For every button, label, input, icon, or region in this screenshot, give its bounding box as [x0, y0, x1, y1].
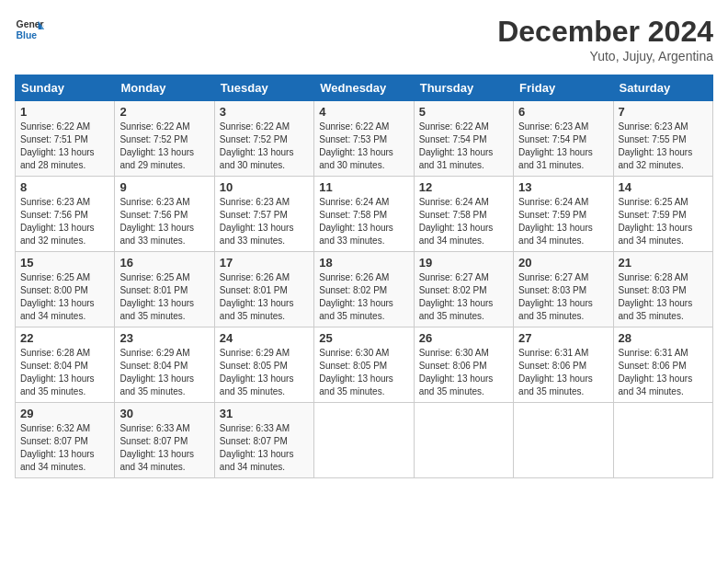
calendar-cell: [414, 403, 513, 478]
day-number: 13: [518, 180, 608, 194]
calendar-cell: 19 Sunrise: 6:27 AM Sunset: 8:02 PM Dayl…: [414, 252, 513, 327]
day-info: Sunrise: 6:22 AM Sunset: 7:52 PM Dayligh…: [220, 121, 309, 172]
day-number: 24: [220, 331, 309, 345]
day-info: Sunrise: 6:29 AM Sunset: 8:04 PM Dayligh…: [119, 347, 209, 398]
day-info: Sunrise: 6:23 AM Sunset: 7:57 PM Dayligh…: [220, 196, 309, 247]
calendar-cell: 14 Sunrise: 6:25 AM Sunset: 7:59 PM Dayl…: [613, 177, 712, 252]
day-number: 18: [319, 256, 408, 270]
day-number: 29: [20, 407, 109, 420]
calendar-cell: 15 Sunrise: 6:25 AM Sunset: 8:00 PM Dayl…: [16, 252, 115, 327]
day-number: 25: [319, 331, 408, 345]
calendar-cell: 8 Sunrise: 6:23 AM Sunset: 7:56 PM Dayli…: [16, 177, 115, 252]
day-info: Sunrise: 6:24 AM Sunset: 7:58 PM Dayligh…: [319, 196, 408, 247]
calendar-cell: 31 Sunrise: 6:33 AM Sunset: 8:07 PM Dayl…: [214, 403, 313, 478]
calendar-cell: 1 Sunrise: 6:22 AM Sunset: 7:51 PM Dayli…: [16, 101, 115, 177]
day-number: 4: [319, 105, 408, 119]
calendar-cell: 26 Sunrise: 6:30 AM Sunset: 8:06 PM Dayl…: [414, 327, 513, 403]
day-number: 22: [20, 331, 109, 345]
calendar-cell: 20 Sunrise: 6:27 AM Sunset: 8:03 PM Dayl…: [514, 252, 613, 327]
calendar-row: 1 Sunrise: 6:22 AM Sunset: 7:51 PM Dayli…: [16, 101, 713, 177]
day-number: 2: [119, 105, 209, 119]
logo: General Blue: [15, 15, 44, 44]
day-info: Sunrise: 6:27 AM Sunset: 8:02 PM Dayligh…: [419, 271, 508, 323]
day-info: Sunrise: 6:24 AM Sunset: 7:59 PM Dayligh…: [518, 196, 608, 247]
day-info: Sunrise: 6:30 AM Sunset: 8:05 PM Dayligh…: [319, 347, 408, 398]
day-number: 16: [119, 256, 209, 270]
calendar-cell: 5 Sunrise: 6:22 AM Sunset: 7:54 PM Dayli…: [414, 101, 513, 177]
day-number: 31: [220, 407, 309, 420]
day-number: 3: [220, 105, 309, 119]
weekday-header-cell: Thursday: [414, 75, 513, 101]
calendar-cell: 18 Sunrise: 6:26 AM Sunset: 8:02 PM Dayl…: [314, 252, 414, 327]
day-number: 19: [419, 256, 508, 270]
day-number: 15: [20, 256, 109, 270]
day-info: Sunrise: 6:22 AM Sunset: 7:54 PM Dayligh…: [419, 121, 508, 172]
day-info: Sunrise: 6:26 AM Sunset: 8:01 PM Dayligh…: [220, 271, 309, 323]
day-info: Sunrise: 6:24 AM Sunset: 7:58 PM Dayligh…: [419, 196, 508, 247]
day-number: 17: [220, 256, 309, 270]
day-number: 27: [518, 331, 608, 345]
svg-text:Blue: Blue: [17, 30, 38, 40]
calendar-row: 29 Sunrise: 6:32 AM Sunset: 8:07 PM Dayl…: [16, 403, 713, 478]
day-info: Sunrise: 6:23 AM Sunset: 7:56 PM Dayligh…: [20, 196, 109, 247]
day-info: Sunrise: 6:23 AM Sunset: 7:54 PM Dayligh…: [518, 121, 608, 172]
weekday-header-cell: Sunday: [16, 75, 115, 101]
calendar-cell: 11 Sunrise: 6:24 AM Sunset: 7:58 PM Dayl…: [314, 177, 414, 252]
calendar-cell: 22 Sunrise: 6:28 AM Sunset: 8:04 PM Dayl…: [16, 327, 115, 403]
weekday-header-cell: Friday: [514, 75, 613, 101]
day-number: 6: [518, 105, 608, 119]
day-info: Sunrise: 6:22 AM Sunset: 7:52 PM Dayligh…: [119, 121, 209, 172]
calendar-row: 8 Sunrise: 6:23 AM Sunset: 7:56 PM Dayli…: [16, 177, 713, 252]
weekday-header-row: SundayMondayTuesdayWednesdayThursdayFrid…: [16, 75, 713, 101]
day-info: Sunrise: 6:32 AM Sunset: 8:07 PM Dayligh…: [20, 422, 109, 474]
day-number: 10: [220, 180, 309, 194]
calendar-cell: 2 Sunrise: 6:22 AM Sunset: 7:52 PM Dayli…: [115, 101, 214, 177]
calendar-cell: 29 Sunrise: 6:32 AM Sunset: 8:07 PM Dayl…: [16, 403, 115, 478]
day-number: 5: [419, 105, 508, 119]
day-info: Sunrise: 6:25 AM Sunset: 7:59 PM Dayligh…: [619, 196, 708, 247]
day-number: 9: [119, 180, 209, 194]
day-number: 14: [619, 180, 708, 194]
calendar-body: 1 Sunrise: 6:22 AM Sunset: 7:51 PM Dayli…: [16, 101, 713, 478]
calendar-cell: 10 Sunrise: 6:23 AM Sunset: 7:57 PM Dayl…: [214, 177, 313, 252]
weekday-header-cell: Monday: [115, 75, 214, 101]
calendar-row: 22 Sunrise: 6:28 AM Sunset: 8:04 PM Dayl…: [16, 327, 713, 403]
day-info: Sunrise: 6:23 AM Sunset: 7:55 PM Dayligh…: [619, 121, 708, 172]
calendar-table: SundayMondayTuesdayWednesdayThursdayFrid…: [15, 75, 713, 478]
day-number: 20: [518, 256, 608, 270]
calendar-cell: 27 Sunrise: 6:31 AM Sunset: 8:06 PM Dayl…: [514, 327, 613, 403]
day-number: 7: [619, 105, 708, 119]
day-info: Sunrise: 6:28 AM Sunset: 8:04 PM Dayligh…: [20, 347, 109, 398]
calendar-cell: [514, 403, 613, 478]
day-number: 11: [319, 180, 408, 194]
calendar-cell: [613, 403, 712, 478]
header: General Blue December 2024 Yuto, Jujuy, …: [15, 15, 713, 63]
calendar-cell: 4 Sunrise: 6:22 AM Sunset: 7:53 PM Dayli…: [314, 101, 414, 177]
calendar-cell: 21 Sunrise: 6:28 AM Sunset: 8:03 PM Dayl…: [613, 252, 712, 327]
calendar-cell: 23 Sunrise: 6:29 AM Sunset: 8:04 PM Dayl…: [115, 327, 214, 403]
day-info: Sunrise: 6:28 AM Sunset: 8:03 PM Dayligh…: [619, 271, 708, 323]
day-info: Sunrise: 6:27 AM Sunset: 8:03 PM Dayligh…: [518, 271, 608, 323]
calendar-cell: 3 Sunrise: 6:22 AM Sunset: 7:52 PM Dayli…: [214, 101, 313, 177]
day-number: 8: [20, 180, 109, 194]
day-number: 26: [419, 331, 508, 345]
day-info: Sunrise: 6:25 AM Sunset: 8:01 PM Dayligh…: [119, 271, 209, 323]
calendar-cell: 9 Sunrise: 6:23 AM Sunset: 7:56 PM Dayli…: [115, 177, 214, 252]
month-title: December 2024: [497, 15, 713, 49]
calendar-cell: 28 Sunrise: 6:31 AM Sunset: 8:06 PM Dayl…: [613, 327, 712, 403]
calendar-cell: 25 Sunrise: 6:30 AM Sunset: 8:05 PM Dayl…: [314, 327, 414, 403]
day-number: 23: [119, 331, 209, 345]
calendar-row: 15 Sunrise: 6:25 AM Sunset: 8:00 PM Dayl…: [16, 252, 713, 327]
day-info: Sunrise: 6:30 AM Sunset: 8:06 PM Dayligh…: [419, 347, 508, 398]
day-number: 28: [619, 331, 708, 345]
logo-icon: General Blue: [15, 15, 44, 44]
day-info: Sunrise: 6:23 AM Sunset: 7:56 PM Dayligh…: [119, 196, 209, 247]
calendar-cell: [314, 403, 414, 478]
day-number: 12: [419, 180, 508, 194]
title-area: December 2024 Yuto, Jujuy, Argentina: [497, 15, 713, 63]
day-info: Sunrise: 6:22 AM Sunset: 7:53 PM Dayligh…: [319, 121, 408, 172]
day-info: Sunrise: 6:33 AM Sunset: 8:07 PM Dayligh…: [220, 422, 309, 474]
calendar-cell: 24 Sunrise: 6:29 AM Sunset: 8:05 PM Dayl…: [214, 327, 313, 403]
day-number: 1: [20, 105, 109, 119]
weekday-header-cell: Saturday: [613, 75, 712, 101]
